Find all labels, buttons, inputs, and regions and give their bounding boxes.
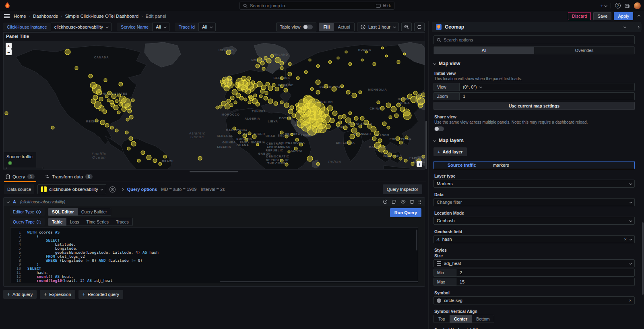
zoom-out-time-button[interactable] xyxy=(401,23,412,31)
geohash-field-select[interactable]: A hash × xyxy=(433,235,635,243)
options-tab-overrides[interactable]: Overrides xyxy=(534,47,634,54)
duplicate-query-icon[interactable] xyxy=(392,199,396,204)
layer-type-select[interactable]: Markers xyxy=(433,180,635,188)
tab-query[interactable]: Query 1 xyxy=(4,174,36,182)
variable-value-dropdown[interactable]: clickhouse-observability xyxy=(51,23,111,31)
discard-button[interactable]: Discard xyxy=(568,12,591,20)
datasource-help-icon[interactable] xyxy=(109,186,116,192)
map-marker xyxy=(127,147,130,150)
map-marker xyxy=(264,56,267,60)
map-view-section-header[interactable]: Map view xyxy=(433,61,639,66)
table-view-switch[interactable] xyxy=(303,25,313,29)
vert-align-center[interactable]: Center xyxy=(450,315,472,323)
map-marker xyxy=(233,127,236,130)
fill-option[interactable]: Fill xyxy=(319,23,334,31)
query-type-logs[interactable]: Logs xyxy=(66,218,83,226)
run-query-button[interactable]: Run Query xyxy=(390,208,421,217)
map-attribution-button[interactable]: i xyxy=(417,161,422,167)
data-select[interactable]: Change filter xyxy=(433,198,635,206)
news-icon[interactable] xyxy=(625,3,630,8)
menu-toggle-icon[interactable] xyxy=(4,14,10,18)
breadcrumb-item[interactable]: Dashboards xyxy=(33,14,58,19)
user-avatar[interactable] xyxy=(634,2,641,9)
vert-align-bottom[interactable]: Bottom xyxy=(472,315,494,323)
clickhouse-icon xyxy=(41,186,47,192)
map-country-label: SRI LANKA xyxy=(336,141,355,145)
variable-label: Service Name xyxy=(117,23,152,31)
drag-query-icon[interactable] xyxy=(418,199,421,204)
add-menu-button[interactable]: + xyxy=(600,3,607,9)
variable-value-dropdown[interactable]: All xyxy=(152,23,169,31)
variable-value-dropdown[interactable]: All xyxy=(198,23,216,31)
vert-align-top[interactable]: Top xyxy=(434,315,450,323)
map-marker xyxy=(339,121,342,124)
collapse-query-icon[interactable] xyxy=(7,200,10,203)
sql-editor[interactable]: 1WITH coords AS2 (3 SELECT4 Latitude,5 L… xyxy=(10,228,418,283)
breadcrumb-item[interactable]: Simple ClickHouse OTel Dashboard xyxy=(65,14,138,19)
recorded-query-button[interactable]: +Recorded query xyxy=(78,290,123,299)
map-zoom-in-button[interactable]: + xyxy=(6,43,12,49)
location-mode-select[interactable]: Geohash xyxy=(433,217,635,225)
options-pane-header[interactable]: Geomap xyxy=(432,22,641,32)
query-type-table[interactable]: Table xyxy=(48,218,66,226)
time-range-picker[interactable]: Last 1 hour xyxy=(357,23,399,31)
use-current-map-settings-button[interactable]: Use current map settings xyxy=(433,102,635,110)
map-marker xyxy=(104,79,107,82)
query-header[interactable]: A (clickhouse-observability) xyxy=(4,198,425,206)
clear-icon[interactable]: × xyxy=(629,298,632,303)
main-scrollbar[interactable] xyxy=(425,121,427,169)
add-query-button[interactable]: +Add query xyxy=(3,290,37,299)
view-select[interactable]: (0°, 0°) xyxy=(459,83,635,91)
chevron-right-icon[interactable] xyxy=(121,188,124,190)
info-icon[interactable]: i xyxy=(36,210,41,214)
tab-transform-data[interactable]: Transform data 0 xyxy=(43,174,94,182)
clear-icon[interactable]: × xyxy=(624,237,627,242)
world-map[interactable]: CANADARUSSIAUNITED STATESMEXICOKAZAKHSTA… xyxy=(4,41,425,169)
query-type-traces[interactable]: Traces xyxy=(112,218,132,226)
datasource-picker[interactable]: clickhouse-observability xyxy=(37,184,106,194)
layer-row[interactable]: Source traffic markers xyxy=(433,161,635,169)
query-help-icon[interactable] xyxy=(383,199,388,204)
editor-hscrollbar[interactable] xyxy=(220,281,418,282)
breadcrumb-item[interactable]: Home xyxy=(14,14,26,19)
global-search-input[interactable]: Search or jump to... ⌘+k xyxy=(239,2,394,10)
query-inspector-button[interactable]: Query Inspector xyxy=(383,184,422,194)
query-options-link[interactable]: Query options xyxy=(127,187,157,192)
actual-option[interactable]: Actual xyxy=(334,23,354,31)
info-icon[interactable]: i xyxy=(37,220,41,224)
size-field-select[interactable]: adj_heat xyxy=(433,259,635,267)
editor-vscrollbar[interactable] xyxy=(416,230,417,250)
hide-query-icon[interactable] xyxy=(400,199,406,204)
editor-type-query-builder[interactable]: Query Builder xyxy=(78,208,111,215)
min-input[interactable]: 2 xyxy=(456,269,635,277)
zoom-input[interactable]: 1 xyxy=(459,92,635,100)
query-options-row: Query options MD = auto = 1909 Interval … xyxy=(121,187,225,192)
query-type-time-series[interactable]: Time Series xyxy=(83,218,112,226)
share-view-toggle[interactable] xyxy=(434,126,444,131)
map-zoom-out-button[interactable]: − xyxy=(6,49,12,55)
collapse-header-icon[interactable] xyxy=(638,14,640,17)
map-marker xyxy=(119,82,123,86)
map-marker xyxy=(75,66,78,70)
options-search-input[interactable]: Search options xyxy=(433,35,635,44)
expression-button[interactable]: +Expression xyxy=(40,290,75,299)
map-layers-section-header[interactable]: Map layers xyxy=(433,138,639,143)
help-icon[interactable]: ? xyxy=(615,3,621,8)
layer-name[interactable]: Source traffic xyxy=(448,163,476,168)
add-layer-button[interactable]: +Add layer xyxy=(433,147,467,156)
save-button[interactable]: Save xyxy=(593,12,611,20)
collapse-pane-button[interactable] xyxy=(634,23,642,31)
editor-type-sql-editor[interactable]: SQL Editor xyxy=(48,208,78,215)
geomap-panel[interactable]: Panel Title CANADARUSSIAUNITED STATESMEX… xyxy=(3,32,425,170)
table-view-toggle[interactable]: Table view xyxy=(276,23,316,31)
options-pane-scrollbar[interactable] xyxy=(642,222,644,295)
grafana-logo-icon[interactable] xyxy=(4,2,11,9)
max-input[interactable]: 15 xyxy=(456,278,635,286)
options-pane-body: Search options AllOverrides Map view Ini… xyxy=(429,32,644,329)
sql-line: 9 ) xyxy=(10,263,418,267)
apply-button[interactable]: Apply xyxy=(614,12,633,20)
symbol-select[interactable]: circle.svg × xyxy=(433,296,635,304)
refresh-button[interactable] xyxy=(414,23,425,31)
options-tab-all[interactable]: All xyxy=(434,47,534,54)
delete-query-icon[interactable] xyxy=(410,199,414,204)
